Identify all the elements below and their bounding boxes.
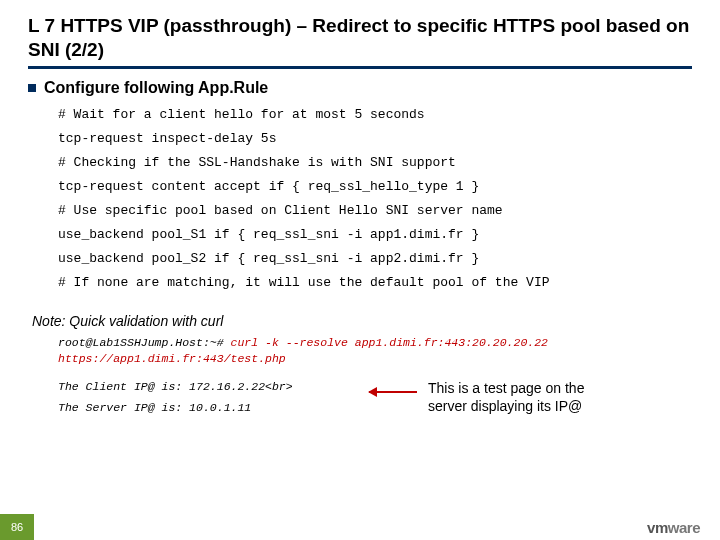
page-number: 86 <box>0 514 34 540</box>
code-line: use_backend pool_S1 if { req_ssl_sni -i … <box>58 223 692 247</box>
curl-output: The Client IP@ is: 172.16.2.22<br> The S… <box>58 377 358 418</box>
code-line: # If none are matching, it will use the … <box>58 271 692 295</box>
note-text: Note: Quick validation with curl <box>32 313 692 329</box>
logo-part: vm <box>647 519 668 536</box>
code-line: tcp-request content accept if { req_ssl_… <box>58 175 692 199</box>
vmware-logo: vmware <box>647 519 700 536</box>
output-line: The Client IP@ is: 172.16.2.22<br> <box>58 377 358 398</box>
arrow-cell <box>358 377 428 393</box>
footer: 86 vmware <box>0 514 720 540</box>
code-line: use_backend pool_S2 if { req_ssl_sni -i … <box>58 247 692 271</box>
curl-command: root@Lab1SSHJump.Host:~# curl -k --resol… <box>58 335 692 367</box>
code-line: # Wait for a client hello for at most 5 … <box>58 103 692 127</box>
arrow-left-icon <box>369 391 417 393</box>
annotation-text: This is a test page on the server displa… <box>428 377 618 415</box>
code-line: tcp-request inspect-delay 5s <box>58 127 692 151</box>
curl-prompt: root@Lab1SSHJump.Host:~# <box>58 336 231 349</box>
code-line: # Use specific pool based on Client Hell… <box>58 199 692 223</box>
bullet-row: Configure following App.Rule <box>28 79 692 97</box>
logo-part: ware <box>668 519 700 536</box>
output-line: The Server IP@ is: 10.0.1.11 <box>58 398 358 419</box>
slide-title: L 7 HTTPS VIP (passthrough) – Redirect t… <box>28 14 692 69</box>
code-line: # Checking if the SSL-Handshake is with … <box>58 151 692 175</box>
bullet-text: Configure following App.Rule <box>44 79 268 97</box>
bullet-icon <box>28 84 36 92</box>
apprule-code: # Wait for a client hello for at most 5 … <box>58 103 692 295</box>
output-row: The Client IP@ is: 172.16.2.22<br> The S… <box>58 377 692 418</box>
